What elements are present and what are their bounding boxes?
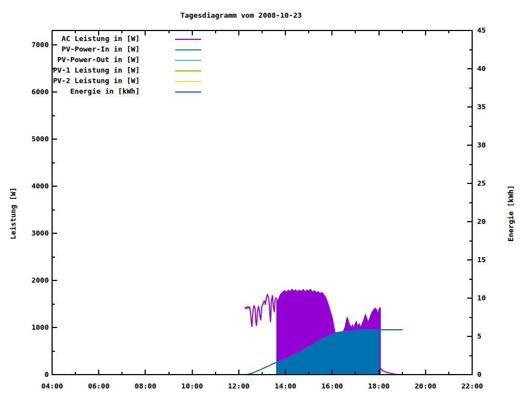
- x-tick-label: 06:00: [83, 382, 114, 390]
- y2-tick-label: 30: [477, 141, 505, 149]
- x-tick-label: 12:00: [223, 382, 254, 390]
- series-line-4: [381, 368, 398, 375]
- y1-tick-label: 1000: [16, 324, 49, 331]
- legend-sample-line: [175, 91, 201, 93]
- y1-tick-label: 4000: [16, 182, 49, 190]
- x-tick-label: 16:00: [316, 382, 347, 390]
- y2-tick-label: 45: [477, 27, 505, 34]
- y1-tick-label: 2000: [16, 277, 49, 284]
- x-tick-label: 10:00: [177, 382, 208, 390]
- legend-label: AC Leistung in [W]: [29, 35, 140, 43]
- x-tick-label: 04:00: [37, 382, 68, 390]
- y2-tick-label: 20: [477, 218, 505, 226]
- y2-tick-label: 25: [477, 180, 505, 187]
- y1-tick-label: 5000: [16, 135, 49, 143]
- y2-tick-label: 15: [477, 256, 505, 264]
- page: { "title": "Tagesdiagramm vom 2008-10-23…: [0, 0, 532, 399]
- y2-tick-label: 40: [477, 65, 505, 73]
- legend-label: PV-Power-Out in [W]: [29, 56, 140, 64]
- x-tick-label: 20:00: [410, 382, 441, 390]
- y1-tick-label: 0: [16, 371, 49, 378]
- y1-tick-label: 3000: [16, 229, 49, 237]
- y2-tick-label: 35: [477, 103, 505, 111]
- series-line-0: [245, 295, 277, 327]
- legend-label: Energie in [kWh]: [29, 88, 140, 95]
- legend-label: PV-2 Leistung in [W]: [29, 77, 140, 85]
- legend-sample-line: [175, 81, 201, 82]
- legend-label: PV-1 Leistung in [W]: [29, 66, 140, 74]
- legend-sample-line: [175, 70, 201, 71]
- x-tick-label: 22:00: [457, 382, 488, 390]
- x-tick-label: 14:00: [270, 382, 301, 390]
- legend-label: PV-Power-In in [W]: [29, 45, 140, 53]
- legend-sample-line: [175, 60, 201, 61]
- y2-tick-label: 10: [477, 294, 505, 302]
- y2-tick-label: 0: [477, 371, 505, 378]
- x-tick-label: 08:00: [130, 382, 161, 390]
- y2-tick-label: 5: [477, 332, 505, 340]
- x-tick-label: 18:00: [364, 382, 395, 390]
- legend-sample-line: [175, 49, 201, 50]
- legend-sample-line: [175, 39, 201, 40]
